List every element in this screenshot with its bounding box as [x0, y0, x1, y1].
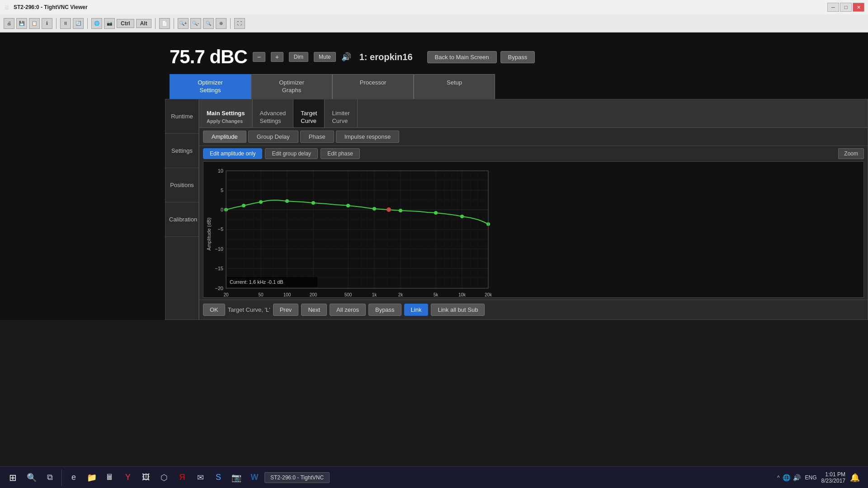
graph-tab-amplitude[interactable]: Amplitude	[203, 131, 246, 143]
graph-tab-group-delay[interactable]: Group Delay	[248, 131, 298, 143]
data-point-7	[373, 207, 376, 211]
svg-text:10: 10	[218, 168, 223, 174]
all-zeros-button[interactable]: All zeros	[330, 304, 366, 316]
mail-icon[interactable]: ✉	[192, 469, 208, 486]
explorer-icon[interactable]: 📁	[84, 469, 100, 486]
tray-chevron-icon[interactable]: ^	[777, 474, 780, 481]
sidebar-item-positions[interactable]: Positions	[165, 168, 198, 202]
toolbar: 🖨 💾 📋 ℹ ⏸ 🔄 🌐 📷 Ctrl Alt 📄 🔍+ 🔍- 🔍 ⊕ ⛶	[0, 14, 868, 33]
y-axis-label: Amplitude (dB)	[206, 218, 212, 251]
taskbar-sep	[61, 469, 62, 486]
network-icon[interactable]: 🌐	[783, 474, 790, 481]
bottom-bar: OK Target Curve, 'L' Prev Next All zeros…	[199, 300, 868, 319]
frequency-chart: Amplitude (dB)	[203, 162, 495, 297]
bypass-header-button[interactable]: Bypass	[500, 51, 535, 63]
toolbar-btn-pause[interactable]: ⏸	[60, 18, 71, 29]
tiles-icon[interactable]: ⬡	[156, 469, 172, 486]
chart-container[interactable]: Amplitude (dB)	[203, 161, 864, 298]
start-button[interactable]: ⊞	[4, 469, 22, 487]
selected-data-point[interactable]	[387, 207, 391, 212]
camera-icon[interactable]: 📷	[228, 469, 245, 486]
mute-button[interactable]: Mute	[314, 52, 336, 62]
link-button[interactable]: Link	[404, 304, 429, 316]
edit-amplitude-button[interactable]: Edit amplitude only	[203, 148, 262, 159]
header-actions: Back to Main Screen Bypass	[427, 51, 535, 63]
graph-tab-phase[interactable]: Phase	[300, 131, 334, 143]
word-icon[interactable]: W	[246, 469, 263, 486]
dim-button[interactable]: Dim	[289, 52, 308, 62]
alt-label[interactable]: Alt	[136, 19, 151, 28]
prev-button[interactable]: Prev	[273, 304, 299, 316]
language-label[interactable]: ENG	[805, 474, 817, 481]
left-sidebar: Runtime Settings Positions Calibration	[165, 99, 199, 320]
chat-icon[interactable]: S	[210, 469, 226, 486]
title-bar: 🖥 ST2-296:0 - TightVNC Viewer ─ □ ✕	[0, 0, 868, 14]
toolbar-btn-cam[interactable]: 📷	[104, 18, 115, 29]
notification-icon[interactable]: 🔔	[850, 473, 860, 483]
next-button[interactable]: Next	[301, 304, 327, 316]
level-plus-button[interactable]: +	[271, 52, 283, 62]
minimize-button[interactable]: ─	[827, 3, 839, 12]
search-taskbar-icon[interactable]: 🔍	[24, 469, 40, 486]
toolbar-btn-refresh[interactable]: 🔄	[73, 18, 84, 29]
toolbar-sep-1	[56, 18, 57, 29]
close-button[interactable]: ✕	[853, 3, 864, 12]
tab-optimizer-settings[interactable]: Optimizer Settings	[170, 74, 251, 99]
maximize-button[interactable]: □	[840, 3, 852, 12]
data-point-4	[285, 199, 289, 203]
toolbar-zoom-in[interactable]: 🔍+	[178, 18, 189, 29]
data-point-9	[434, 211, 438, 215]
zoom-button[interactable]: Zoom	[838, 148, 864, 159]
date-display: 8/23/2017	[821, 478, 845, 484]
toolbar-btn-fullscreen[interactable]: ⛶	[234, 18, 245, 29]
apply-changes-label: Apply Changes	[207, 118, 243, 124]
ok-button[interactable]: OK	[203, 304, 225, 316]
calculator-icon[interactable]: 🖩	[102, 469, 118, 486]
tab-processor[interactable]: Processor	[332, 74, 414, 99]
link-all-button[interactable]: Link all but Sub	[431, 304, 485, 316]
yandex2-icon[interactable]: Я	[174, 469, 190, 486]
graph-tab-impulse[interactable]: Impulse response	[336, 131, 400, 143]
back-to-main-button[interactable]: Back to Main Screen	[427, 51, 497, 63]
sidebar-item-runtime[interactable]: Runtime	[165, 99, 198, 134]
tab-optimizer-graphs[interactable]: Optimizer Graphs	[251, 74, 332, 99]
system-tray-icons: ^ 🌐 🔊	[777, 474, 801, 481]
yandex-icon[interactable]: Y	[120, 469, 136, 486]
toolbar-zoom-out[interactable]: 🔍-	[190, 18, 201, 29]
ctrl-label[interactable]: Ctrl	[117, 19, 134, 28]
edit-phase-button[interactable]: Edit phase	[321, 148, 360, 159]
toolbar-sep-2	[87, 18, 88, 29]
toolbar-zoom-reset[interactable]: 🔍	[203, 18, 214, 29]
toolbar-btn-4[interactable]: ℹ	[42, 18, 52, 29]
task-view-icon[interactable]: ⧉	[42, 469, 58, 486]
photos-icon[interactable]: 🖼	[138, 469, 154, 486]
sub-tab-main-settings[interactable]: Main SettingsApply Changes	[199, 99, 253, 128]
sub-tab-limiter-label: LimiterCurve	[332, 110, 349, 124]
taskbar-active-app[interactable]: ST2-296:0 - TightVNC	[264, 472, 330, 483]
sub-tab-limiter-curve[interactable]: LimiterCurve	[325, 99, 357, 128]
toolbar-btn-net[interactable]: 🌐	[91, 18, 102, 29]
speaker-icon: 🔊	[341, 52, 351, 62]
toolbar-btn-2[interactable]: 💾	[16, 18, 27, 29]
taskbar-right: ^ 🌐 🔊 ENG 1:01 PM 8/23/2017 🔔	[777, 471, 864, 484]
tab-setup[interactable]: Setup	[414, 74, 495, 99]
window-title: ST2-296:0 - TightVNC Viewer	[14, 4, 88, 10]
svg-text:−20: −20	[215, 286, 223, 291]
data-point-6	[346, 204, 350, 207]
sidebar-item-calibration[interactable]: Calibration	[165, 202, 198, 237]
volume-icon[interactable]: 🔊	[793, 474, 801, 481]
toolbar-btn-1[interactable]: 🖨	[4, 18, 14, 29]
toolbar-zoom-fit[interactable]: ⊕	[216, 18, 226, 29]
level-minus-button[interactable]: −	[253, 52, 265, 62]
toolbar-btn-copy[interactable]: 📄	[159, 18, 170, 29]
edge-icon[interactable]: e	[66, 469, 82, 486]
sub-tab-target-curve[interactable]: TargetCurve	[293, 99, 325, 128]
sidebar-item-settings[interactable]: Settings	[165, 134, 198, 168]
sub-tab-main-settings-label: Main SettingsApply Changes	[207, 110, 245, 124]
data-point-10	[460, 215, 464, 218]
bypass-bottom-button[interactable]: Bypass	[368, 304, 401, 316]
toolbar-btn-3[interactable]: 📋	[29, 18, 40, 29]
sub-tab-advanced-settings[interactable]: AdvancedSettings	[253, 99, 294, 128]
edit-group-delay-button[interactable]: Edit group delay	[265, 148, 318, 159]
time-display: 1:01 PM	[821, 471, 845, 478]
